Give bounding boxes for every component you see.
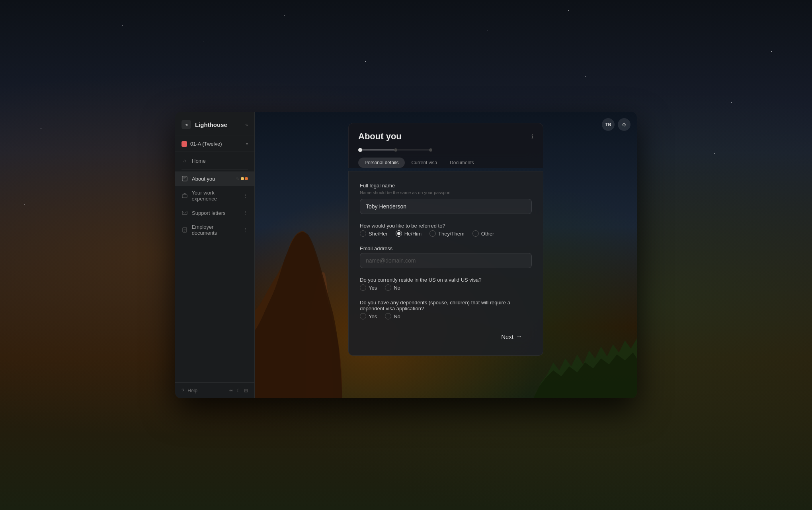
settings-button[interactable]: ⚙ xyxy=(618,118,630,131)
app-title: Lighthouse xyxy=(195,121,227,128)
form-group-dependents: Do you have any dependents (spouse, chil… xyxy=(360,300,532,319)
about-icon xyxy=(182,175,188,182)
form-container: About you ℹ Personal details xyxy=(348,123,543,356)
radio-circle-dep-yes xyxy=(360,313,366,319)
step-tabs: Personal details Current visa Documents xyxy=(358,158,533,168)
sidebar-item-support-letters[interactable]: Support letters ⋮ xyxy=(175,206,254,220)
form-info-icon[interactable]: ℹ xyxy=(531,133,533,140)
sidebar-item-work-experience[interactable]: Your work experience ⋮ xyxy=(175,186,254,206)
radio-label-other: Other xyxy=(481,231,494,237)
dependents-label: Do you have any dependents (spouse, chil… xyxy=(360,300,532,311)
radio-label-he: He/Him xyxy=(404,231,422,237)
pronoun-she-her[interactable]: She/Her xyxy=(360,230,388,237)
radio-circle-she xyxy=(360,230,366,237)
name-label: Full legal name xyxy=(360,183,532,189)
rock-formation-svg xyxy=(255,231,342,398)
status-dot-yellow xyxy=(241,177,244,180)
pronoun-other[interactable]: Other xyxy=(472,230,494,237)
nav-about-actions: ✎ xyxy=(236,177,248,181)
pronoun-they-them[interactable]: They/Them xyxy=(429,230,465,237)
us-visa-no[interactable]: No xyxy=(385,284,400,291)
main-content: TB ⚙ About you ℹ xyxy=(255,112,637,398)
avatar-initials: TB xyxy=(605,122,611,127)
radio-label-dep-no: No xyxy=(394,313,400,319)
step-dot-1 xyxy=(358,148,362,152)
name-sublabel: Name should be the same as on your passp… xyxy=(360,190,532,195)
sidebar-item-home[interactable]: ⌂ Home xyxy=(175,154,254,168)
form-group-pronoun: How would you like to be referred to? Sh… xyxy=(360,223,532,237)
tab-documents[interactable]: Documents xyxy=(443,158,480,168)
avatar-button[interactable]: TB xyxy=(602,118,615,131)
us-visa-radio-group: Yes No xyxy=(360,284,532,291)
next-button[interactable]: Next → xyxy=(492,329,532,344)
workspace-name: 01-A (Twelve) xyxy=(190,141,222,147)
gear-icon: ⚙ xyxy=(622,122,627,128)
radio-circle-other xyxy=(472,230,479,237)
help-icon: ? xyxy=(182,387,184,393)
dependents-no[interactable]: No xyxy=(385,313,400,319)
form-title: About you xyxy=(358,131,402,142)
form-header: About you ℹ xyxy=(358,131,533,148)
workspace-chevron-icon: ▾ xyxy=(246,142,248,146)
help-label: Help xyxy=(187,388,197,393)
footer-actions: ☀ ☾ ⊞ xyxy=(229,388,248,393)
form-group-us-visa: Do you currently reside in the US on a v… xyxy=(360,277,532,291)
svg-rect-4 xyxy=(182,211,187,215)
vegetation-svg xyxy=(533,319,637,398)
form-group-email: Email address xyxy=(360,245,532,268)
us-visa-label: Do you currently reside in the US on a v… xyxy=(360,277,532,283)
employer-menu-icon: ⋮ xyxy=(243,227,248,233)
workspace-color-dot xyxy=(182,141,187,147)
top-bar: TB ⚙ xyxy=(602,118,630,131)
svg-rect-3 xyxy=(182,195,187,198)
employer-docs-label: Employer documents xyxy=(192,224,239,236)
radio-label-visa-no: No xyxy=(394,285,400,291)
sidebar-item-employer-documents[interactable]: Employer documents ⋮ xyxy=(175,220,254,240)
step-dot-3 xyxy=(429,148,432,152)
letter-icon xyxy=(182,210,188,216)
form-footer: Next → xyxy=(360,329,532,344)
sidebar: ◂ Lighthouse « 01-A (Twelve) ▾ ⌂ Home Ab xyxy=(175,112,255,398)
home-icon: ⌂ xyxy=(182,158,188,164)
nav-status-indicator xyxy=(241,177,248,180)
pronoun-he-him[interactable]: He/Him xyxy=(396,230,422,237)
step-line-2 xyxy=(397,150,429,150)
radio-label-they: They/Them xyxy=(438,231,465,237)
dependents-radio-group: Yes No xyxy=(360,313,532,319)
workspace-selector[interactable]: 01-A (Twelve) ▾ xyxy=(175,136,254,152)
step-dot-2 xyxy=(394,148,397,152)
radio-circle-they xyxy=(429,230,436,237)
form-card: Full legal name Name should be the same … xyxy=(348,171,543,356)
monitor-icon[interactable]: ⊞ xyxy=(244,388,248,393)
step-line-1 xyxy=(362,150,394,150)
work-icon xyxy=(182,193,187,199)
pronoun-radio-group: She/Her He/Him They/Them Other xyxy=(360,230,532,237)
pronoun-label: How would you like to be referred to? xyxy=(360,223,532,229)
support-letters-label: Support letters xyxy=(192,210,226,216)
email-label: Email address xyxy=(360,245,532,251)
us-visa-yes[interactable]: Yes xyxy=(360,284,377,291)
radio-circle-visa-no xyxy=(385,284,391,291)
next-arrow-icon: → xyxy=(516,333,522,340)
radio-circle-dep-no xyxy=(385,313,391,319)
email-input[interactable] xyxy=(360,253,532,268)
nav-separator xyxy=(182,169,248,170)
radio-label-she: She/Her xyxy=(369,231,388,237)
radio-circle-visa-yes xyxy=(360,284,366,291)
sidebar-header: ◂ Lighthouse « xyxy=(175,112,254,136)
sun-icon[interactable]: ☀ xyxy=(229,388,233,393)
nav-employer-actions: ⋮ xyxy=(243,227,248,233)
sidebar-footer: ? Help ☀ ☾ ⊞ xyxy=(175,382,254,398)
full-name-input[interactable] xyxy=(360,199,532,214)
nav-support-actions: ⋮ xyxy=(243,210,248,216)
sidebar-collapse-button[interactable]: « xyxy=(245,122,248,127)
tab-current-visa[interactable]: Current visa xyxy=(405,158,443,168)
doc-icon xyxy=(182,227,188,233)
dependents-yes[interactable]: Yes xyxy=(360,313,377,319)
radio-label-visa-yes: Yes xyxy=(369,285,377,291)
app-window: ◂ Lighthouse « 01-A (Twelve) ▾ ⌂ Home Ab xyxy=(175,112,637,398)
sidebar-item-about-you[interactable]: About you ✎ xyxy=(175,171,254,186)
moon-icon[interactable]: ☾ xyxy=(236,388,241,393)
status-dot-orange xyxy=(245,177,248,180)
tab-personal-details[interactable]: Personal details xyxy=(358,158,405,168)
